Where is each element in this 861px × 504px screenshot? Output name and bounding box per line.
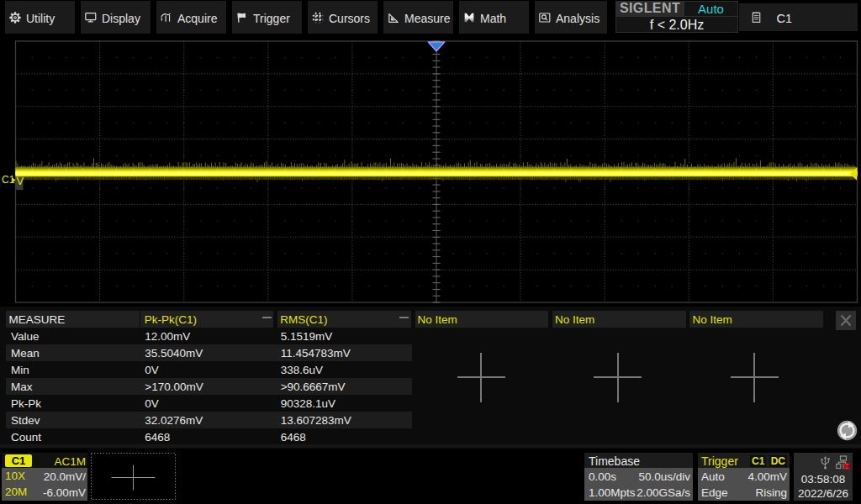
svg-text:V: V bbox=[16, 175, 24, 187]
